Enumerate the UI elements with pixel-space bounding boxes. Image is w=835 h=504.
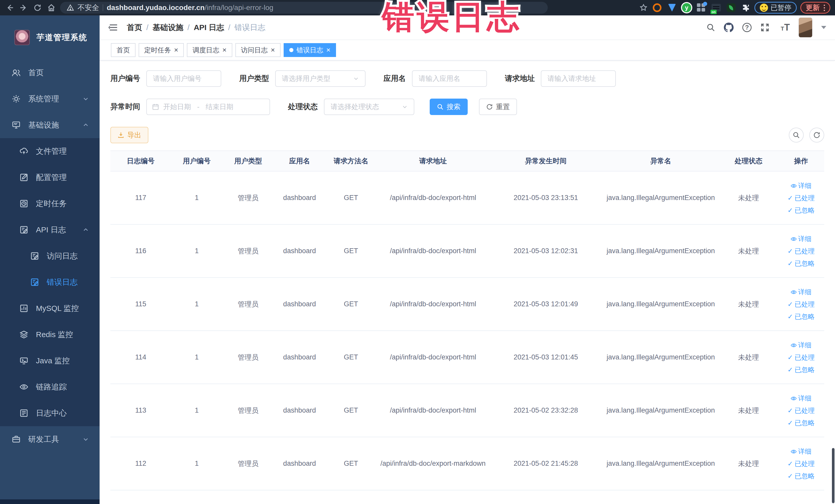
error-log-table: 日志编号 用户编号 用户类型 应用名 请求方法名 请求地址 异常发生时间 异常名… [110,150,824,490]
sidebar-logo[interactable]: 芋道管理系统 [0,15,100,60]
cell-app-name: dashboard [274,171,325,224]
sidebar-item-mysql-monitor[interactable]: MySQL 监控 [0,295,100,321]
exception-time-range-picker[interactable]: 开始日期 - 结束日期 [146,99,270,115]
sidebar-item-config-mgmt[interactable]: 配置管理 [0,164,100,190]
request-url-input[interactable] [541,70,616,87]
action-detail[interactable]: 详细 [778,180,824,192]
sidebar-item-home[interactable]: 首页 [0,60,100,86]
github-icon[interactable] [724,23,734,32]
action-mark-processed[interactable]: 已处理 [778,404,824,417]
breadcrumb-api-log[interactable]: API 日志 [194,22,224,33]
user-menu-caret-icon[interactable] [821,26,826,29]
action-mark-processed[interactable]: 已处理 [778,298,824,310]
extension-shield-icon[interactable] [667,3,677,13]
action-mark-ignored[interactable]: 已忽略 [778,204,824,217]
action-mark-processed[interactable]: 已处理 [778,192,824,204]
page-scrollbar[interactable] [832,448,834,503]
tab-error-log[interactable]: 错误日志 [284,43,336,57]
action-mark-processed[interactable]: 已处理 [778,245,824,257]
table-row: 1121管理员dashboardGET/api/infra/db-doc/exp… [110,437,824,490]
browser-forward-icon[interactable] [19,3,29,13]
close-icon[interactable] [174,46,178,54]
process-status-select[interactable]: 请选择处理状态 [324,99,414,115]
action-detail[interactable]: 详细 [778,233,824,245]
sidebar-item-dev-tools[interactable]: 研发工具 [0,426,100,452]
sidebar-item-log-center[interactable]: 日志中心 [0,400,100,426]
action-mark-ignored[interactable]: 已忽略 [778,364,824,376]
fullscreen-icon[interactable] [760,23,770,32]
action-detail[interactable]: 详细 [778,286,824,298]
paused-extension-pill[interactable]: 已暂停 [754,2,797,14]
action-mark-ignored[interactable]: 已忽略 [778,310,824,323]
cell-log-id: 117 [110,171,171,224]
extension-on-badge-icon[interactable]: on [711,3,721,13]
action-mark-ignored[interactable]: 已忽略 [778,470,824,482]
filter-request-url: 请求地址 [505,70,616,87]
bookmark-star-icon[interactable] [638,3,649,13]
help-icon[interactable] [742,23,752,32]
toggle-search-icon-button[interactable] [789,127,804,142]
sidebar-item-java-monitor[interactable]: Java 监控 [0,348,100,374]
search-button[interactable]: 搜索 [430,99,468,115]
cell-actions: 详细已处理已忽略 [778,224,824,278]
sidebar-item-error-log[interactable]: 错误日志 [0,269,100,295]
close-icon[interactable] [326,46,330,54]
browser-back-icon[interactable] [5,3,15,13]
tags-view-bar: 首页 定时任务 调度日志 访问日志 错误日志 [100,40,835,61]
sidebar-item-redis-monitor[interactable]: Redis 监控 [0,321,100,348]
tab-schedule-log[interactable]: 调度日志 [187,43,232,57]
cell-exception-name: java.lang.IllegalArgumentException [602,384,719,437]
action-mark-ignored[interactable]: 已忽略 [778,417,824,429]
close-icon[interactable] [222,46,226,54]
browser-home-icon[interactable] [46,3,57,13]
extensions-puzzle-icon[interactable] [741,3,751,13]
font-size-icon[interactable] [778,22,790,33]
sidebar: 芋道管理系统 首页 系统管理 基础设施 文件管理 [0,15,100,504]
sidebar-item-api-log[interactable]: API 日志 [0,217,100,243]
header-search-icon[interactable] [707,23,715,32]
extension-green-y-icon[interactable]: y [682,3,691,12]
user-avatar[interactable] [798,18,812,38]
extension-leaf-icon[interactable] [726,3,736,13]
table-header-row: 日志编号 用户编号 用户类型 应用名 请求方法名 请求地址 异常发生时间 异常名… [110,151,824,171]
breadcrumb-home[interactable]: 首页 [127,22,142,33]
address-bar[interactable]: 不安全 dashboard.yudao.iocoder.cn/infra/log… [60,2,548,14]
extension-grid-icon[interactable] [696,3,706,13]
breadcrumb-infrastructure[interactable]: 基础设施 [152,22,183,33]
browser-menu-kebab-icon[interactable] [824,5,825,11]
browser-update-pill[interactable]: 更新 [800,2,830,14]
action-mark-processed[interactable]: 已处理 [778,351,824,364]
close-icon[interactable] [271,46,275,54]
sidebar-item-scheduled-jobs[interactable]: 定时任务 [0,190,100,217]
tab-access-log[interactable]: 访问日志 [236,43,281,57]
sidebar-item-tracing[interactable]: 链路追踪 [0,374,100,400]
user-type-select[interactable]: 请选择用户类型 [275,70,366,87]
tab-scheduled-jobs[interactable]: 定时任务 [139,43,184,57]
cell-user-type: 管理员 [223,437,274,490]
emoji-face-icon [760,4,768,12]
page-content: 用户编号 用户类型 请选择用户类型 应用名 请求地址 [100,61,835,504]
extension-orange-icon[interactable] [652,3,662,13]
action-detail[interactable]: 详细 [778,445,824,458]
refresh-icon [486,103,493,110]
app-name-input[interactable] [412,70,487,87]
action-mark-ignored[interactable]: 已忽略 [778,257,824,269]
export-button[interactable]: 导出 [110,127,148,143]
user-id-input[interactable] [146,70,221,87]
sidebar-item-access-log[interactable]: 访问日志 [0,243,100,269]
chevron-up-icon [83,122,89,128]
security-warning-icon[interactable] [67,4,74,11]
action-mark-processed[interactable]: 已处理 [778,458,824,470]
reset-button[interactable]: 重置 [479,99,517,115]
cell-method: GET [325,384,376,437]
browser-reload-icon[interactable] [32,3,43,13]
tab-home[interactable]: 首页 [111,43,136,57]
action-detail[interactable]: 详细 [778,339,824,351]
sidebar-item-infrastructure[interactable]: 基础设施 [0,112,100,138]
refresh-table-button[interactable] [809,127,824,142]
sidebar-item-system-mgmt[interactable]: 系统管理 [0,86,100,112]
sidebar-item-file-mgmt[interactable]: 文件管理 [0,138,100,164]
action-detail[interactable]: 详细 [778,392,824,404]
top-navbar: 首页 / 基础设施 / API 日志 / 错误日志 [100,15,835,40]
sidebar-toggle-icon[interactable] [108,22,119,33]
